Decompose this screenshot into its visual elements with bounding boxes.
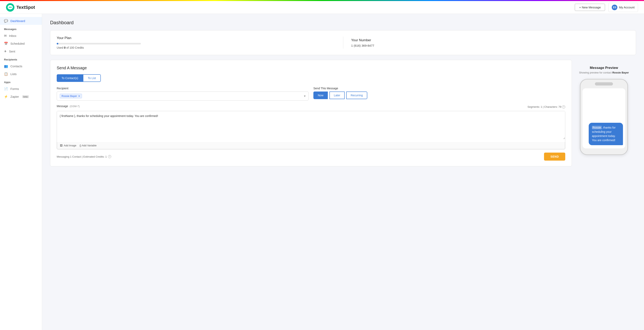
- sidebar-section-recipients: Recipients: [0, 55, 42, 62]
- sidebar-label-sent: Sent: [9, 50, 15, 53]
- plan-credits: Used 0 of 100 Credits: [57, 46, 335, 49]
- sidebar-item-forms[interactable]: 📄 Forms: [0, 85, 42, 93]
- svg-point-3: [10, 6, 11, 7]
- message-label: Message (GSM-7): [57, 104, 80, 108]
- sidebar-item-contacts[interactable]: 👥 Contacts: [0, 62, 42, 70]
- sidebar-section-messages: Messages: [0, 25, 42, 32]
- tab-to-list[interactable]: To List: [83, 74, 100, 82]
- preview-title: Message Preview: [576, 66, 632, 70]
- dashboard-icon: 💬: [4, 19, 8, 23]
- send-button[interactable]: SEND: [544, 153, 565, 161]
- sidebar-item-sent[interactable]: ✈ Sent: [0, 47, 42, 55]
- logo-area: TextSpot: [6, 3, 35, 11]
- sidebar-item-zapier[interactable]: ⚡ Zapier beta: [0, 93, 42, 100]
- inbox-icon: ✉: [4, 34, 6, 38]
- page-title: Dashboard: [50, 20, 636, 25]
- phone-frame: Rossie, thanks for scheduling your appoi…: [580, 79, 628, 155]
- send-title: Send A Message: [57, 66, 565, 70]
- tab-to-contacts[interactable]: To Contact(s): [57, 74, 83, 82]
- sidebar-label-scheduled: Scheduled: [10, 42, 25, 45]
- sidebar-label-zapier: Zapier: [10, 95, 19, 98]
- message-textarea[interactable]: { firstName }, thanks for scheduling you…: [57, 111, 565, 139]
- sidebar-item-scheduled[interactable]: 📅 Scheduled: [0, 40, 42, 47]
- tab-group: To Contact(s) To List: [57, 74, 565, 82]
- footer-help-icon[interactable]: ?: [108, 155, 111, 158]
- header-right: + New Message ES My Account: [575, 3, 638, 12]
- image-icon: 🖼: [60, 144, 62, 147]
- phone-screen: Rossie, thanks for scheduling your appoi…: [582, 88, 625, 148]
- plan-number-value: 1 (616) 369-8477: [351, 44, 630, 47]
- message-group: Message (GSM-7) Segments: 1 | Characters…: [57, 104, 565, 149]
- recipient-tag: Rossie Bayer ✕: [60, 94, 82, 98]
- message-stats: Segments: 1 | Characters: 79 ?: [528, 105, 566, 108]
- header: TextSpot + New Message ES My Account: [0, 1, 644, 14]
- preview-subtitle: Showing preview for contact Rossie Bayer: [576, 71, 632, 74]
- recipient-input[interactable]: Rossie Bayer ✕ ▾: [57, 91, 308, 100]
- timing-buttons: Now Later Recurring: [314, 91, 565, 99]
- recipient-group: Recipient Rossie Bayer ✕ ▾: [57, 87, 308, 100]
- preview-contact-name: Rossie Bayer: [612, 71, 629, 74]
- recipient-label: Recipient: [57, 87, 308, 90]
- sidebar-label-contacts: Contacts: [10, 64, 22, 68]
- scheduled-icon: 📅: [4, 42, 8, 45]
- sidebar-item-inbox[interactable]: ✉ Inbox: [0, 32, 42, 40]
- message-actions: 🖼 Add Image {} Add Variable: [57, 142, 565, 149]
- credits-used: 0: [64, 46, 66, 49]
- account-label: My Account: [619, 5, 634, 9]
- message-textarea-wrapper: { firstName }, thanks for scheduling you…: [57, 111, 565, 149]
- plan-label: Your Plan: [57, 36, 335, 40]
- plan-card: Your Plan Used 0 of 100 Credits Your Num…: [50, 30, 636, 55]
- contacts-icon: 👥: [4, 64, 8, 68]
- send-timing-label: Send This Message: [314, 87, 565, 90]
- sidebar-section-apps: Apps: [0, 78, 42, 85]
- zapier-beta-badge: beta: [22, 95, 29, 98]
- sidebar: 💬 Dashboard Messages ✉ Inbox 📅 Scheduled…: [0, 14, 42, 330]
- plan-progress-bar: [57, 43, 141, 44]
- sidebar-item-dashboard[interactable]: 💬 Dashboard: [0, 17, 42, 25]
- preview-panel: Message Preview Showing preview for cont…: [572, 60, 636, 166]
- send-card: Send A Message To Contact(s) To List Rec…: [50, 60, 572, 166]
- new-message-button[interactable]: + New Message: [575, 3, 605, 11]
- timing-now-button[interactable]: Now: [314, 91, 328, 99]
- svg-point-2: [9, 6, 10, 7]
- send-footer: Messaging 1 Contact | Estimated Credits:…: [57, 153, 565, 161]
- lists-icon: 📋: [4, 72, 8, 76]
- plan-number: Your Number 1 (616) 369-8477: [351, 38, 630, 47]
- forms-icon: 📄: [4, 87, 8, 91]
- plan-left: Your Plan Used 0 of 100 Credits: [57, 36, 335, 49]
- send-timing-group: Send This Message Now Later Recurring: [314, 87, 565, 100]
- bubble-highlight: Rossie: [592, 126, 602, 129]
- sidebar-label-forms: Forms: [10, 87, 19, 90]
- footer-text: Messaging 1 Contact | Estimated Credits:…: [57, 155, 111, 158]
- timing-recurring-button[interactable]: Recurring: [346, 91, 367, 99]
- svg-point-4: [11, 6, 12, 7]
- layout: 💬 Dashboard Messages ✉ Inbox 📅 Scheduled…: [0, 14, 644, 330]
- send-form-grid: Recipient Rossie Bayer ✕ ▾ Send This Mes…: [57, 87, 565, 100]
- sidebar-label-lists: Lists: [10, 72, 17, 76]
- phone-notch: [595, 82, 613, 85]
- sent-icon: ✈: [4, 49, 6, 53]
- plan-number-label: Your Number: [351, 38, 630, 42]
- add-variable-button[interactable]: {} Add Variable: [80, 144, 96, 147]
- logo-text: TextSpot: [16, 5, 35, 10]
- timing-later-button[interactable]: Later: [330, 91, 345, 99]
- plan-progress-fill: [57, 43, 58, 44]
- message-bubble: Rossie, thanks for scheduling your appoi…: [589, 123, 623, 145]
- send-preview-area: Send A Message To Contact(s) To List Rec…: [50, 60, 636, 166]
- new-message-label: + New Message: [579, 5, 601, 9]
- sidebar-item-label: Dashboard: [10, 19, 25, 23]
- recipient-remove-icon[interactable]: ✕: [78, 95, 80, 97]
- account-avatar: ES: [612, 4, 617, 10]
- add-image-button[interactable]: 🖼 Add Image: [60, 144, 76, 147]
- plan-divider: [343, 37, 343, 49]
- sidebar-label-inbox: Inbox: [9, 34, 16, 37]
- segments-help-icon[interactable]: ?: [562, 105, 565, 108]
- main-content: Dashboard Your Plan Used 0 of 100 Credit…: [42, 14, 644, 330]
- zapier-icon: ⚡: [4, 95, 8, 98]
- recipient-name: Rossie Bayer: [62, 94, 77, 97]
- message-format: (GSM-7): [70, 105, 80, 108]
- logo-icon: [6, 3, 14, 11]
- recipient-dropdown-icon: ▾: [304, 94, 306, 98]
- sidebar-item-lists[interactable]: 📋 Lists: [0, 70, 42, 78]
- my-account-button[interactable]: ES My Account: [608, 3, 638, 12]
